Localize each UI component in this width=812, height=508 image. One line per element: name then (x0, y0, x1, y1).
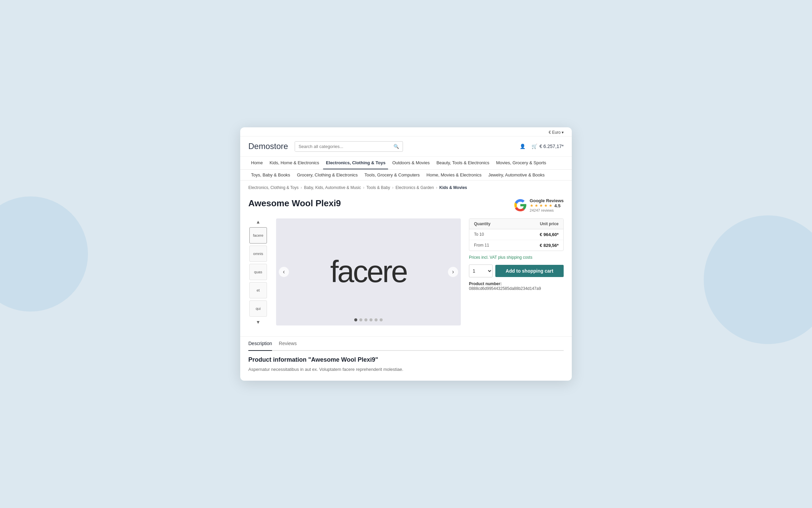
google-reviews-widget: Google Reviews ★ ★ ★ ★ ★ 4.5 24247 revie… (514, 198, 564, 212)
carousel-dot-3[interactable] (364, 318, 367, 321)
nav-tools-grocery[interactable]: Tools, Grocery & Computers (362, 170, 422, 180)
search-icon: 🔍 (393, 144, 399, 149)
product-info-description: Aspernatur necessitatibus in aut ex. Vol… (248, 366, 564, 373)
tabs-area: Description Reviews Product information … (240, 336, 572, 373)
nav-movies[interactable]: Movies, Grocery & Sports (493, 157, 549, 169)
nav-beauty[interactable]: Beauty, Tools & Electronics (434, 157, 492, 169)
product-image-text: facere (330, 254, 407, 289)
reviews-count: 24247 reviews (530, 208, 564, 212)
nav-outdoors[interactable]: Outdoors & Movies (389, 157, 432, 169)
col-price-header: Unit price (540, 221, 559, 226)
col-qty-header: Quantity (474, 221, 540, 226)
product-content: ▲ facere omnis quas et qui ▼ (248, 218, 564, 325)
reviews-rating: 4.5 (555, 203, 561, 208)
cart-icon: 🛒 (532, 144, 537, 149)
breadcrumb-item-3[interactable]: Tools & Baby (366, 185, 390, 190)
thumb-item-1[interactable]: omnis (249, 246, 267, 262)
thumb-item-2[interactable]: quas (249, 264, 267, 280)
star-1-icon: ★ (530, 203, 534, 208)
quantity-select[interactable]: 1 2 3 4 5 (469, 264, 493, 277)
thumb-item-0[interactable]: facere (249, 227, 267, 244)
price-val-0: € 964,60* (540, 232, 559, 237)
price-qty-0: To 10 (474, 232, 540, 237)
search-button[interactable]: 🔍 (390, 142, 403, 151)
nav-secondary: Toys, Baby & Books Grocery, Clothing & E… (240, 170, 572, 181)
carousel-next-button[interactable]: › (448, 267, 458, 277)
thumb-scroll-up-button[interactable]: ▲ (255, 218, 261, 225)
header-main: Demostore 🔍 👤 🛒 € 6.257,17* (240, 136, 572, 157)
carousel-dot-6[interactable] (380, 318, 383, 321)
nav-kids-home[interactable]: Kids, Home & Electronics (267, 157, 322, 169)
logo-bold: Demo (248, 142, 270, 151)
breadcrumb-item-5: Kids & Movies (439, 185, 467, 190)
carousel-prev-button[interactable]: ‹ (279, 267, 289, 277)
price-row-1: From 11 € 829,56* (469, 240, 563, 251)
bg-decoration-left (0, 196, 88, 312)
bg-decoration-right (704, 215, 812, 344)
search-input[interactable] (295, 142, 390, 151)
thumbnail-column: ▲ facere omnis quas et qui ▼ (248, 218, 268, 325)
nav-primary: Home Kids, Home & Electronics Electronic… (240, 157, 572, 170)
carousel-dot-4[interactable] (369, 318, 373, 321)
carousel-dots (354, 318, 383, 321)
user-icon: 👤 (520, 144, 525, 149)
product-area: Awesome Wool Plexi9 Google Reviews ★ ★ ★… (240, 193, 572, 334)
product-title-row: Awesome Wool Plexi9 Google Reviews ★ ★ ★… (248, 198, 564, 212)
product-info-title: Product information "Awesome Wool Plexi9… (248, 356, 564, 363)
currency-selector[interactable]: € Euro ▾ (549, 130, 564, 135)
product-number-value: 0888cd6d9954432585da88b234d147a9 (469, 286, 541, 291)
breadcrumb-item-2[interactable]: Baby, Kids, Automotive & Music (304, 185, 361, 190)
header-actions: 👤 🛒 € 6.257,17* (520, 144, 564, 149)
product-number-label: Product number: (469, 281, 502, 286)
breadcrumb-sep-1: › (301, 185, 302, 190)
tab-description[interactable]: Description (248, 337, 272, 351)
nav-electronics[interactable]: Electronics, Clothing & Toys (323, 157, 388, 169)
logo-light: store (270, 142, 288, 151)
search-bar: 🔍 (295, 141, 403, 152)
reviews-stars: ★ ★ ★ ★ ★ 4.5 (530, 203, 564, 208)
google-logo-icon (514, 199, 526, 211)
nav-jewelry[interactable]: Jewelry, Automotive & Books (486, 170, 547, 180)
carousel-dot-2[interactable] (359, 318, 362, 321)
nav-home[interactable]: Home (248, 157, 266, 169)
nav-home-movies[interactable]: Home, Movies & Electronics (424, 170, 484, 180)
price-table-header: Quantity Unit price (469, 219, 563, 229)
user-account-button[interactable]: 👤 (520, 144, 525, 149)
tab-reviews[interactable]: Reviews (279, 337, 297, 351)
star-half-icon: ★ (549, 203, 552, 208)
price-row-0: To 10 € 964,60* (469, 229, 563, 240)
breadcrumb-item-4[interactable]: Electronics & Garden (396, 185, 434, 190)
star-3-icon: ★ (539, 203, 543, 208)
nav-toys-baby[interactable]: Toys, Baby & Books (248, 170, 293, 180)
carousel-dot-1[interactable] (354, 318, 357, 321)
add-to-cart-button[interactable]: Add to shopping cart (495, 265, 564, 277)
breadcrumb: Electronics, Clothing & Toys › Baby, Kid… (240, 181, 572, 193)
breadcrumb-sep-2: › (363, 185, 364, 190)
thumb-item-3[interactable]: et (249, 282, 267, 298)
price-qty-1: From 11 (474, 243, 540, 248)
add-to-cart-row: 1 2 3 4 5 Add to shopping cart (469, 264, 564, 277)
thumb-scroll-down-button[interactable]: ▼ (255, 319, 261, 325)
thumb-item-4[interactable]: qui (249, 300, 267, 317)
currency-label: € Euro (549, 130, 561, 135)
cart-button[interactable]: 🛒 € 6.257,17* (532, 144, 564, 149)
cart-amount: € 6.257,17* (539, 144, 564, 149)
reviews-info: Google Reviews ★ ★ ★ ★ ★ 4.5 24247 revie… (530, 198, 564, 212)
price-val-1: € 829,56* (540, 243, 559, 248)
browser-window: € Euro ▾ Demostore 🔍 👤 🛒 € 6.257,17* Hom… (240, 127, 572, 381)
nav-grocery[interactable]: Grocery, Clothing & Electronics (294, 170, 361, 180)
product-number: Product number: 0888cd6d9954432585da88b2… (469, 281, 564, 291)
star-4-icon: ★ (544, 203, 548, 208)
vat-note: Prices incl. VAT plus shipping costs (469, 255, 564, 260)
pricing-panel: Quantity Unit price To 10 € 964,60* From… (469, 218, 564, 325)
reviews-label: Google Reviews (530, 198, 564, 203)
logo[interactable]: Demostore (248, 142, 288, 151)
breadcrumb-item-1[interactable]: Electronics, Clothing & Toys (248, 185, 299, 190)
product-title: Awesome Wool Plexi9 (248, 198, 341, 209)
carousel-dot-5[interactable] (375, 318, 378, 321)
product-main-image: facere ‹ › (276, 218, 461, 325)
breadcrumb-sep-4: › (436, 185, 437, 190)
tabs-nav: Description Reviews (248, 337, 564, 351)
currency-chevron-icon: ▾ (562, 130, 564, 135)
star-2-icon: ★ (535, 203, 538, 208)
